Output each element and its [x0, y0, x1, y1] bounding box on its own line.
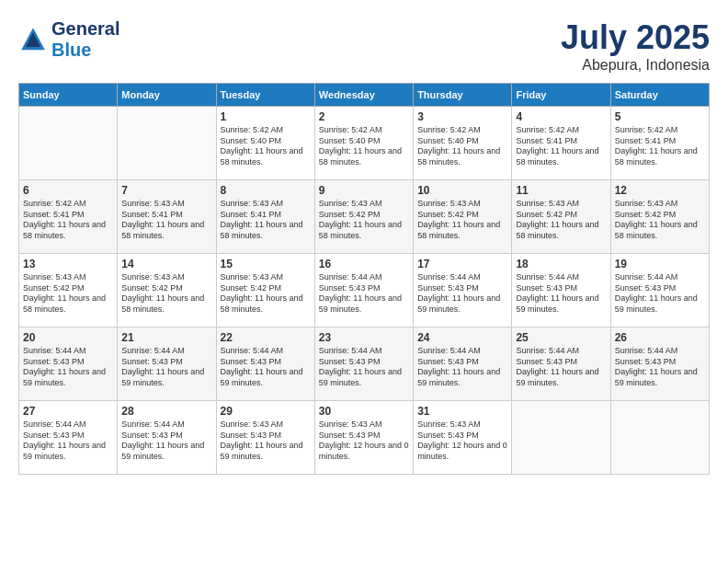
- calendar-cell: 8Sunrise: 5:43 AM Sunset: 5:41 PM Daylig…: [216, 180, 314, 254]
- day-number: 15: [221, 258, 311, 270]
- day-info: Sunrise: 5:44 AM Sunset: 5:43 PM Dayligh…: [121, 419, 211, 463]
- day-info: Sunrise: 5:44 AM Sunset: 5:43 PM Dayligh…: [319, 272, 409, 316]
- calendar-cell: 9Sunrise: 5:43 AM Sunset: 5:42 PM Daylig…: [314, 180, 413, 254]
- calendar-cell: 18Sunrise: 5:44 AM Sunset: 5:43 PM Dayli…: [512, 254, 610, 327]
- calendar-cell: 19Sunrise: 5:44 AM Sunset: 5:43 PM Dayli…: [610, 254, 709, 327]
- calendar-cell: 7Sunrise: 5:43 AM Sunset: 5:41 PM Daylig…: [118, 180, 216, 254]
- calendar-cell: 22Sunrise: 5:44 AM Sunset: 5:43 PM Dayli…: [216, 327, 314, 401]
- day-info: Sunrise: 5:44 AM Sunset: 5:43 PM Dayligh…: [417, 272, 507, 316]
- calendar-cell: 29Sunrise: 5:43 AM Sunset: 5:43 PM Dayli…: [216, 401, 314, 475]
- day-number: 10: [417, 184, 507, 197]
- page-header: General Blue July 2025 Abepura, Indonesi…: [18, 18, 710, 74]
- day-info: Sunrise: 5:42 AM Sunset: 5:40 PM Dayligh…: [417, 125, 507, 168]
- day-info: Sunrise: 5:42 AM Sunset: 5:40 PM Dayligh…: [221, 125, 311, 168]
- weekday-header: Tuesday: [216, 84, 314, 107]
- calendar-week-row: 27Sunrise: 5:44 AM Sunset: 5:43 PM Dayli…: [19, 401, 710, 475]
- calendar-week-row: 20Sunrise: 5:44 AM Sunset: 5:43 PM Dayli…: [19, 327, 710, 401]
- day-number: 24: [417, 331, 507, 344]
- day-info: Sunrise: 5:43 AM Sunset: 5:42 PM Dayligh…: [319, 199, 409, 242]
- day-info: Sunrise: 5:43 AM Sunset: 5:42 PM Dayligh…: [23, 272, 113, 316]
- day-number: 1: [221, 110, 311, 123]
- day-number: 17: [417, 258, 507, 270]
- calendar-cell: 30Sunrise: 5:43 AM Sunset: 5:43 PM Dayli…: [314, 401, 413, 475]
- calendar-cell: 25Sunrise: 5:44 AM Sunset: 5:43 PM Dayli…: [512, 327, 610, 401]
- day-info: Sunrise: 5:43 AM Sunset: 5:42 PM Dayligh…: [121, 272, 211, 316]
- day-info: Sunrise: 5:42 AM Sunset: 5:41 PM Dayligh…: [615, 125, 705, 168]
- day-number: 22: [221, 331, 311, 344]
- calendar-cell: [512, 401, 610, 475]
- day-number: 3: [417, 110, 507, 123]
- day-number: 6: [23, 184, 113, 197]
- day-number: 9: [319, 184, 409, 197]
- day-info: Sunrise: 5:43 AM Sunset: 5:43 PM Dayligh…: [319, 419, 409, 463]
- calendar-cell: 11Sunrise: 5:43 AM Sunset: 5:42 PM Dayli…: [512, 180, 610, 254]
- weekday-header: Friday: [512, 84, 610, 107]
- calendar-cell: 16Sunrise: 5:44 AM Sunset: 5:43 PM Dayli…: [314, 254, 413, 327]
- day-number: 18: [516, 258, 606, 270]
- calendar-cell: 6Sunrise: 5:42 AM Sunset: 5:41 PM Daylig…: [19, 180, 118, 254]
- day-info: Sunrise: 5:44 AM Sunset: 5:43 PM Dayligh…: [615, 272, 705, 316]
- day-info: Sunrise: 5:42 AM Sunset: 5:41 PM Dayligh…: [23, 199, 113, 242]
- location: Abepura, Indonesia: [561, 57, 710, 74]
- day-number: 4: [516, 110, 606, 123]
- day-info: Sunrise: 5:43 AM Sunset: 5:41 PM Dayligh…: [121, 199, 211, 242]
- day-number: 23: [319, 331, 409, 344]
- day-number: 2: [319, 110, 409, 123]
- calendar-cell: 27Sunrise: 5:44 AM Sunset: 5:43 PM Dayli…: [19, 401, 118, 475]
- calendar-cell: 12Sunrise: 5:43 AM Sunset: 5:42 PM Dayli…: [610, 180, 709, 254]
- weekday-header: Monday: [118, 84, 216, 107]
- day-info: Sunrise: 5:44 AM Sunset: 5:43 PM Dayligh…: [319, 346, 409, 389]
- day-info: Sunrise: 5:44 AM Sunset: 5:43 PM Dayligh…: [516, 272, 606, 316]
- day-number: 13: [23, 258, 113, 270]
- day-number: 16: [319, 258, 409, 270]
- calendar-cell: 31Sunrise: 5:43 AM Sunset: 5:43 PM Dayli…: [414, 401, 512, 475]
- day-info: Sunrise: 5:44 AM Sunset: 5:43 PM Dayligh…: [516, 346, 606, 389]
- day-number: 25: [516, 331, 606, 344]
- day-info: Sunrise: 5:44 AM Sunset: 5:43 PM Dayligh…: [121, 346, 211, 389]
- day-info: Sunrise: 5:43 AM Sunset: 5:42 PM Dayligh…: [615, 199, 705, 242]
- day-number: 31: [417, 405, 507, 418]
- month-title: July 2025: [561, 18, 710, 57]
- logo-icon: [18, 25, 48, 54]
- calendar-cell: 20Sunrise: 5:44 AM Sunset: 5:43 PM Dayli…: [19, 327, 118, 401]
- calendar-cell: 10Sunrise: 5:43 AM Sunset: 5:42 PM Dayli…: [414, 180, 512, 254]
- calendar-cell: [118, 107, 216, 180]
- logo: General Blue: [18, 18, 119, 61]
- calendar-cell: 3Sunrise: 5:42 AM Sunset: 5:40 PM Daylig…: [414, 107, 512, 180]
- day-number: 8: [221, 184, 311, 197]
- day-info: Sunrise: 5:43 AM Sunset: 5:41 PM Dayligh…: [221, 199, 311, 242]
- day-number: 26: [615, 331, 705, 344]
- calendar-cell: [610, 401, 709, 475]
- title-block: July 2025 Abepura, Indonesia: [561, 18, 710, 74]
- day-number: 27: [23, 405, 113, 418]
- day-number: 11: [516, 184, 606, 197]
- calendar-cell: 26Sunrise: 5:44 AM Sunset: 5:43 PM Dayli…: [610, 327, 709, 401]
- day-info: Sunrise: 5:43 AM Sunset: 5:42 PM Dayligh…: [516, 199, 606, 242]
- day-info: Sunrise: 5:44 AM Sunset: 5:43 PM Dayligh…: [417, 346, 507, 389]
- day-info: Sunrise: 5:42 AM Sunset: 5:40 PM Dayligh…: [319, 125, 409, 168]
- calendar-week-row: 13Sunrise: 5:43 AM Sunset: 5:42 PM Dayli…: [19, 254, 710, 327]
- calendar-cell: 15Sunrise: 5:43 AM Sunset: 5:42 PM Dayli…: [216, 254, 314, 327]
- day-info: Sunrise: 5:43 AM Sunset: 5:42 PM Dayligh…: [417, 199, 507, 242]
- day-info: Sunrise: 5:43 AM Sunset: 5:43 PM Dayligh…: [221, 419, 311, 463]
- day-info: Sunrise: 5:44 AM Sunset: 5:43 PM Dayligh…: [221, 346, 311, 389]
- calendar-cell: 28Sunrise: 5:44 AM Sunset: 5:43 PM Dayli…: [118, 401, 216, 475]
- calendar-cell: 2Sunrise: 5:42 AM Sunset: 5:40 PM Daylig…: [314, 107, 413, 180]
- day-number: 7: [121, 184, 211, 197]
- day-number: 5: [615, 110, 705, 123]
- day-number: 14: [121, 258, 211, 270]
- day-info: Sunrise: 5:44 AM Sunset: 5:43 PM Dayligh…: [615, 346, 705, 389]
- weekday-header: Saturday: [610, 84, 709, 107]
- calendar-week-row: 6Sunrise: 5:42 AM Sunset: 5:41 PM Daylig…: [19, 180, 710, 254]
- day-number: 20: [23, 331, 113, 344]
- weekday-header: Wednesday: [314, 84, 413, 107]
- day-number: 29: [221, 405, 311, 418]
- calendar-cell: 1Sunrise: 5:42 AM Sunset: 5:40 PM Daylig…: [216, 107, 314, 180]
- calendar-cell: 17Sunrise: 5:44 AM Sunset: 5:43 PM Dayli…: [414, 254, 512, 327]
- calendar-cell: 13Sunrise: 5:43 AM Sunset: 5:42 PM Dayli…: [19, 254, 118, 327]
- weekday-header: Sunday: [19, 84, 118, 107]
- calendar-cell: 14Sunrise: 5:43 AM Sunset: 5:42 PM Dayli…: [118, 254, 216, 327]
- day-number: 12: [615, 184, 705, 197]
- day-info: Sunrise: 5:42 AM Sunset: 5:41 PM Dayligh…: [516, 125, 606, 168]
- day-number: 28: [121, 405, 211, 418]
